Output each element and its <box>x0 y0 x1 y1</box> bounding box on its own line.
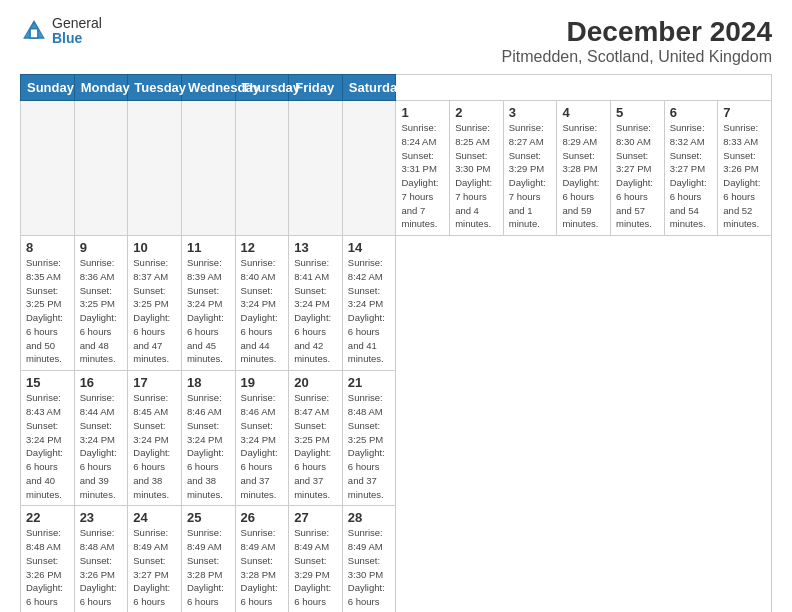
day-info: Sunrise: 8:48 AM Sunset: 3:26 PM Dayligh… <box>26 526 69 612</box>
day-info: Sunrise: 8:47 AM Sunset: 3:25 PM Dayligh… <box>294 391 337 501</box>
logo-blue: Blue <box>52 31 102 46</box>
logo-text: General Blue <box>52 16 102 47</box>
day-number: 7 <box>723 105 766 120</box>
day-number: 28 <box>348 510 391 525</box>
svg-rect-3 <box>31 30 37 38</box>
day-number: 22 <box>26 510 69 525</box>
day-number: 24 <box>133 510 176 525</box>
table-cell: 1Sunrise: 8:24 AM Sunset: 3:31 PM Daylig… <box>396 101 450 236</box>
table-cell: 5Sunrise: 8:30 AM Sunset: 3:27 PM Daylig… <box>611 101 665 236</box>
day-number: 10 <box>133 240 176 255</box>
day-info: Sunrise: 8:49 AM Sunset: 3:27 PM Dayligh… <box>133 526 176 612</box>
day-number: 25 <box>187 510 230 525</box>
table-cell: 13Sunrise: 8:41 AM Sunset: 3:24 PM Dayli… <box>289 236 343 371</box>
table-cell <box>342 101 396 236</box>
table-cell: 22Sunrise: 8:48 AM Sunset: 3:26 PM Dayli… <box>21 506 75 612</box>
day-info: Sunrise: 8:42 AM Sunset: 3:24 PM Dayligh… <box>348 256 391 366</box>
col-tuesday: Tuesday <box>128 75 182 101</box>
calendar-header-row: Sunday Monday Tuesday Wednesday Thursday… <box>21 75 772 101</box>
table-cell: 4Sunrise: 8:29 AM Sunset: 3:28 PM Daylig… <box>557 101 611 236</box>
title-block: December 2024 Pitmedden, Scotland, Unite… <box>502 16 772 66</box>
day-number: 16 <box>80 375 123 390</box>
day-info: Sunrise: 8:49 AM Sunset: 3:29 PM Dayligh… <box>294 526 337 612</box>
day-number: 13 <box>294 240 337 255</box>
table-cell <box>181 101 235 236</box>
day-info: Sunrise: 8:36 AM Sunset: 3:25 PM Dayligh… <box>80 256 123 366</box>
day-number: 3 <box>509 105 552 120</box>
table-cell: 9Sunrise: 8:36 AM Sunset: 3:25 PM Daylig… <box>74 236 128 371</box>
day-number: 26 <box>241 510 284 525</box>
day-info: Sunrise: 8:43 AM Sunset: 3:24 PM Dayligh… <box>26 391 69 501</box>
day-number: 14 <box>348 240 391 255</box>
table-cell: 14Sunrise: 8:42 AM Sunset: 3:24 PM Dayli… <box>342 236 396 371</box>
logo-general: General <box>52 16 102 31</box>
day-info: Sunrise: 8:29 AM Sunset: 3:28 PM Dayligh… <box>562 121 605 231</box>
table-cell: 16Sunrise: 8:44 AM Sunset: 3:24 PM Dayli… <box>74 371 128 506</box>
logo-icon <box>20 17 48 45</box>
day-number: 2 <box>455 105 498 120</box>
table-cell: 10Sunrise: 8:37 AM Sunset: 3:25 PM Dayli… <box>128 236 182 371</box>
table-cell <box>289 101 343 236</box>
day-number: 9 <box>80 240 123 255</box>
table-cell: 18Sunrise: 8:46 AM Sunset: 3:24 PM Dayli… <box>181 371 235 506</box>
table-cell <box>235 101 289 236</box>
table-cell <box>21 101 75 236</box>
day-number: 19 <box>241 375 284 390</box>
table-cell: 15Sunrise: 8:43 AM Sunset: 3:24 PM Dayli… <box>21 371 75 506</box>
table-cell: 19Sunrise: 8:46 AM Sunset: 3:24 PM Dayli… <box>235 371 289 506</box>
col-sunday: Sunday <box>21 75 75 101</box>
table-cell: 26Sunrise: 8:49 AM Sunset: 3:28 PM Dayli… <box>235 506 289 612</box>
day-info: Sunrise: 8:49 AM Sunset: 3:30 PM Dayligh… <box>348 526 391 612</box>
table-cell: 8Sunrise: 8:35 AM Sunset: 3:25 PM Daylig… <box>21 236 75 371</box>
day-info: Sunrise: 8:24 AM Sunset: 3:31 PM Dayligh… <box>401 121 444 231</box>
table-cell: 23Sunrise: 8:48 AM Sunset: 3:26 PM Dayli… <box>74 506 128 612</box>
day-number: 27 <box>294 510 337 525</box>
table-cell: 6Sunrise: 8:32 AM Sunset: 3:27 PM Daylig… <box>664 101 718 236</box>
day-info: Sunrise: 8:49 AM Sunset: 3:28 PM Dayligh… <box>241 526 284 612</box>
day-info: Sunrise: 8:48 AM Sunset: 3:25 PM Dayligh… <box>348 391 391 501</box>
day-number: 18 <box>187 375 230 390</box>
table-cell <box>128 101 182 236</box>
header: General Blue December 2024 Pitmedden, Sc… <box>20 16 772 66</box>
day-info: Sunrise: 8:33 AM Sunset: 3:26 PM Dayligh… <box>723 121 766 231</box>
col-wednesday: Wednesday <box>181 75 235 101</box>
day-number: 23 <box>80 510 123 525</box>
day-info: Sunrise: 8:46 AM Sunset: 3:24 PM Dayligh… <box>241 391 284 501</box>
day-info: Sunrise: 8:49 AM Sunset: 3:28 PM Dayligh… <box>187 526 230 612</box>
col-saturday: Saturday <box>342 75 396 101</box>
page: General Blue December 2024 Pitmedden, Sc… <box>0 0 792 612</box>
day-info: Sunrise: 8:45 AM Sunset: 3:24 PM Dayligh… <box>133 391 176 501</box>
day-number: 1 <box>401 105 444 120</box>
table-cell: 28Sunrise: 8:49 AM Sunset: 3:30 PM Dayli… <box>342 506 396 612</box>
table-cell: 7Sunrise: 8:33 AM Sunset: 3:26 PM Daylig… <box>718 101 772 236</box>
day-number: 11 <box>187 240 230 255</box>
day-info: Sunrise: 8:32 AM Sunset: 3:27 PM Dayligh… <box>670 121 713 231</box>
subtitle: Pitmedden, Scotland, United Kingdom <box>502 48 772 66</box>
day-number: 21 <box>348 375 391 390</box>
day-number: 4 <box>562 105 605 120</box>
day-info: Sunrise: 8:40 AM Sunset: 3:24 PM Dayligh… <box>241 256 284 366</box>
day-number: 20 <box>294 375 337 390</box>
table-cell: 20Sunrise: 8:47 AM Sunset: 3:25 PM Dayli… <box>289 371 343 506</box>
day-number: 15 <box>26 375 69 390</box>
table-cell: 24Sunrise: 8:49 AM Sunset: 3:27 PM Dayli… <box>128 506 182 612</box>
main-title: December 2024 <box>502 16 772 48</box>
table-cell: 12Sunrise: 8:40 AM Sunset: 3:24 PM Dayli… <box>235 236 289 371</box>
table-cell: 27Sunrise: 8:49 AM Sunset: 3:29 PM Dayli… <box>289 506 343 612</box>
col-monday: Monday <box>74 75 128 101</box>
table-cell: 21Sunrise: 8:48 AM Sunset: 3:25 PM Dayli… <box>342 371 396 506</box>
day-info: Sunrise: 8:44 AM Sunset: 3:24 PM Dayligh… <box>80 391 123 501</box>
day-number: 8 <box>26 240 69 255</box>
day-number: 12 <box>241 240 284 255</box>
col-thursday: Thursday <box>235 75 289 101</box>
day-info: Sunrise: 8:41 AM Sunset: 3:24 PM Dayligh… <box>294 256 337 366</box>
table-cell: 25Sunrise: 8:49 AM Sunset: 3:28 PM Dayli… <box>181 506 235 612</box>
table-cell: 3Sunrise: 8:27 AM Sunset: 3:29 PM Daylig… <box>503 101 557 236</box>
day-info: Sunrise: 8:46 AM Sunset: 3:24 PM Dayligh… <box>187 391 230 501</box>
logo: General Blue <box>20 16 102 47</box>
day-info: Sunrise: 8:39 AM Sunset: 3:24 PM Dayligh… <box>187 256 230 366</box>
table-cell: 11Sunrise: 8:39 AM Sunset: 3:24 PM Dayli… <box>181 236 235 371</box>
col-friday: Friday <box>289 75 343 101</box>
day-info: Sunrise: 8:27 AM Sunset: 3:29 PM Dayligh… <box>509 121 552 231</box>
day-info: Sunrise: 8:35 AM Sunset: 3:25 PM Dayligh… <box>26 256 69 366</box>
